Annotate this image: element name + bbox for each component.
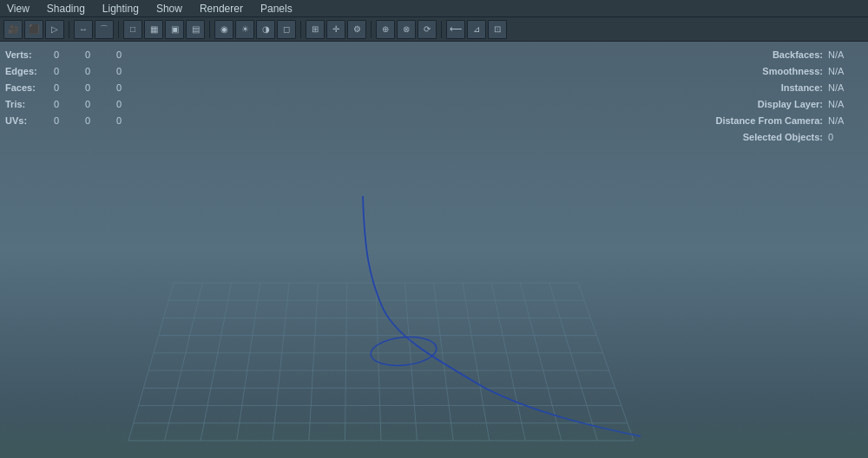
pivot-icon[interactable]: ⊕ (376, 20, 395, 39)
curve-icon[interactable]: ⌒ (95, 20, 114, 39)
extra2-icon[interactable]: ⊿ (467, 20, 486, 39)
distance-val: N/A (828, 113, 863, 129)
tris-val1: 0 (54, 96, 80, 113)
sep1 (69, 21, 69, 38)
uvs-row: UVs: 0 0 0 (5, 113, 142, 129)
sep2 (118, 21, 119, 38)
move-icon[interactable]: ↔ (74, 20, 93, 39)
smoothness-label: Smoothness: (684, 63, 823, 80)
magnet-icon[interactable]: ⚙ (347, 20, 366, 39)
backfaces-label: Backfaces: (684, 47, 823, 63)
backfaces-row: Backfaces: N/A (684, 47, 863, 63)
menu-shading[interactable]: Shading (43, 3, 89, 15)
shade-icon[interactable]: ◑ (256, 20, 275, 39)
faces-val2: 0 (85, 80, 111, 96)
render-icon[interactable]: ⬛ (24, 20, 43, 39)
viewport-container[interactable]: Verts: 0 0 0 Edges: 0 0 0 Faces: 0 0 0 T… (0, 42, 868, 458)
uvs-val2: 0 (85, 113, 111, 129)
snap-icon[interactable]: ✛ (326, 20, 345, 39)
edges-label: Edges: (5, 63, 49, 80)
menu-lighting[interactable]: Lighting (99, 3, 142, 15)
selected-row: Selected Objects: 0 (684, 129, 863, 146)
wire-icon[interactable]: ◻ (277, 20, 296, 39)
poly-box-icon[interactable]: □ (123, 20, 142, 39)
menu-panels[interactable]: Panels (257, 3, 296, 15)
display-layer-row: Display Layer: N/A (684, 96, 863, 113)
tex-icon[interactable]: ▤ (186, 20, 205, 39)
menu-renderer[interactable]: Renderer (196, 3, 247, 15)
tris-row: Tris: 0 0 0 (5, 96, 142, 113)
extra3-icon[interactable]: ⊡ (488, 20, 507, 39)
poly-icon[interactable]: ▦ (144, 20, 163, 39)
grid-icon[interactable]: ⊞ (306, 20, 325, 39)
selected-label: Selected Objects: (684, 129, 823, 146)
smoothness-row: Smoothness: N/A (684, 63, 863, 80)
uvs-val3: 0 (116, 113, 142, 129)
selected-val: 0 (828, 129, 863, 146)
faces-val3: 0 (116, 80, 142, 96)
verts-val2: 0 (85, 47, 111, 63)
select-icon[interactable]: ▷ (45, 20, 64, 39)
menu-show[interactable]: Show (153, 3, 186, 15)
verts-row: Verts: 0 0 0 (5, 47, 142, 63)
instance-label: Instance: (684, 80, 823, 96)
verts-label: Verts: (5, 47, 49, 63)
extra1-icon[interactable]: ⟵ (446, 20, 465, 39)
menu-view[interactable]: View (3, 3, 33, 15)
smoothness-val: N/A (828, 63, 863, 80)
verts-val1: 0 (54, 47, 80, 63)
distance-label: Distance From Camera: (684, 113, 823, 129)
display-layer-val: N/A (828, 96, 863, 113)
edges-val3: 0 (116, 63, 142, 80)
tris-label: Tris: (5, 96, 49, 113)
uvs-label: UVs: (5, 113, 49, 129)
sep5 (371, 21, 372, 38)
tris-val3: 0 (116, 96, 142, 113)
sep4 (300, 21, 301, 38)
uvs-val1: 0 (54, 113, 80, 129)
edges-val1: 0 (54, 63, 80, 80)
sep3 (209, 21, 210, 38)
instance-val: N/A (828, 80, 863, 96)
faces-val1: 0 (54, 80, 80, 96)
menubar: View Shading Lighting Show Renderer Pane… (0, 0, 868, 17)
stats-right-panel: Backfaces: N/A Smoothness: N/A Instance:… (684, 47, 863, 146)
faces-row: Faces: 0 0 0 (5, 80, 142, 96)
stats-left-panel: Verts: 0 0 0 Edges: 0 0 0 Faces: 0 0 0 T… (5, 47, 142, 129)
sphere-icon[interactable]: ◉ (214, 20, 233, 39)
frame-icon[interactable]: ▣ (165, 20, 184, 39)
display-layer-label: Display Layer: (684, 96, 823, 113)
distance-row: Distance From Camera: N/A (684, 113, 863, 129)
edges-row: Edges: 0 0 0 (5, 63, 142, 80)
edges-val2: 0 (85, 63, 111, 80)
toolbar: 🎥 ⬛ ▷ ↔ ⌒ □ ▦ ▣ ▤ ◉ ☀ ◑ ◻ ⊞ ✛ ⚙ ⊕ ⊗ ⟳ ⟵ … (0, 17, 868, 42)
instance-row: Instance: N/A (684, 80, 863, 96)
light-icon[interactable]: ☀ (235, 20, 254, 39)
backfaces-val: N/A (828, 47, 863, 63)
faces-label: Faces: (5, 80, 49, 96)
camera-icon[interactable]: 🎥 (3, 20, 23, 39)
verts-val3: 0 (116, 47, 142, 63)
transform-icon[interactable]: ⟳ (418, 20, 437, 39)
axis-icon[interactable]: ⊗ (397, 20, 416, 39)
tris-val2: 0 (85, 96, 111, 113)
sep6 (441, 21, 442, 38)
